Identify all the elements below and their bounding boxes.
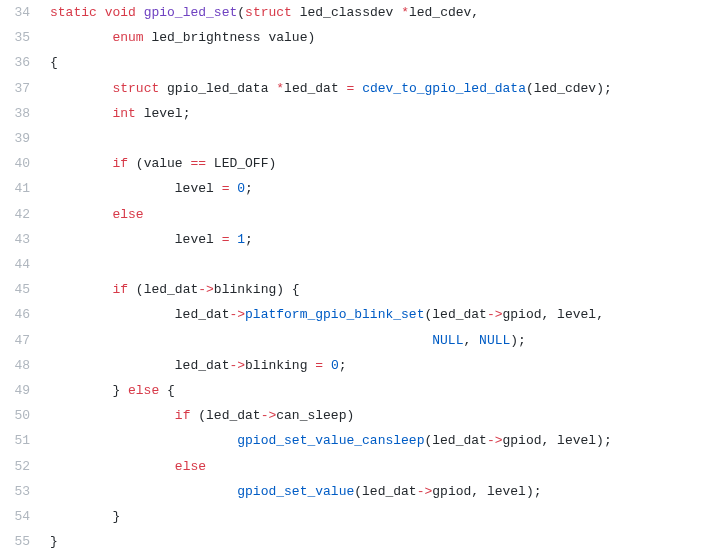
code-line: 53 gpiod_set_value(led_dat->gpiod, level… — [0, 479, 708, 504]
code-line: 54 } — [0, 504, 708, 529]
token: NULL — [479, 333, 510, 348]
code-line: 49 } else { — [0, 378, 708, 403]
line-content: enum led_brightness value) — [50, 25, 708, 50]
line-number: 41 — [0, 176, 50, 201]
token — [50, 333, 432, 348]
token: 0 — [237, 181, 245, 196]
token: (led_dat — [128, 282, 198, 297]
line-number: 50 — [0, 403, 50, 428]
code-line: 45 if (led_dat->blinking) { — [0, 277, 708, 302]
line-number: 46 — [0, 302, 50, 327]
token — [50, 156, 112, 171]
token: gpiod, level); — [503, 433, 612, 448]
token: } — [50, 509, 120, 524]
token: int — [112, 106, 135, 121]
token: platform_gpio_blink_set — [245, 307, 424, 322]
token: ; — [245, 181, 253, 196]
token: -> — [261, 408, 277, 423]
code-line: 44 — [0, 252, 708, 277]
token: gpio_led_data — [159, 81, 276, 96]
token: } — [50, 383, 128, 398]
code-line: 47 NULL, NULL); — [0, 328, 708, 353]
token — [292, 5, 300, 20]
code-line: 43 level = 1; — [0, 227, 708, 252]
token: gpio_led_set — [144, 5, 238, 20]
line-content: int level; — [50, 101, 708, 126]
code-line: 38 int level; — [0, 101, 708, 126]
token: can_sleep) — [276, 408, 354, 423]
token: ; — [245, 232, 253, 247]
code-line: 37 struct gpio_led_data *led_dat = cdev_… — [0, 76, 708, 101]
line-content: static void gpio_led_set(struct led_clas… — [50, 0, 708, 25]
token: gpiod_set_value — [237, 484, 354, 499]
token — [50, 207, 112, 222]
token: led_dat — [50, 307, 229, 322]
token: { — [50, 55, 58, 70]
line-content: struct gpio_led_data *led_dat = cdev_to_… — [50, 76, 708, 101]
code-line: 51 gpiod_set_value_cansleep(led_dat->gpi… — [0, 428, 708, 453]
line-number: 47 — [0, 328, 50, 353]
token: -> — [229, 358, 245, 373]
line-content: } — [50, 504, 708, 529]
token: (led_dat — [190, 408, 260, 423]
token: level; — [136, 106, 191, 121]
line-number: 53 — [0, 479, 50, 504]
code-line: 48 led_dat->blinking = 0; — [0, 353, 708, 378]
token: led_cdev, — [409, 5, 479, 20]
line-content: level = 1; — [50, 227, 708, 252]
token: if — [112, 156, 128, 171]
token: led_classdev — [300, 5, 401, 20]
line-number: 44 — [0, 252, 50, 277]
code-line: 35 enum led_brightness value) — [0, 25, 708, 50]
token: } — [50, 534, 58, 549]
token: struct — [245, 5, 292, 20]
line-number: 39 — [0, 126, 50, 151]
line-number: 45 — [0, 277, 50, 302]
line-content: led_dat->platform_gpio_blink_set(led_dat… — [50, 302, 708, 327]
token: static — [50, 5, 97, 20]
line-content — [50, 126, 708, 151]
token: = — [315, 358, 323, 373]
code-line: 40 if (value == LED_OFF) — [0, 151, 708, 176]
code-line: 42 else — [0, 202, 708, 227]
token: -> — [487, 433, 503, 448]
token: (led_dat — [354, 484, 416, 499]
token: level — [50, 181, 222, 196]
line-content: } — [50, 529, 708, 554]
token — [50, 459, 175, 474]
line-content: if (led_dat->can_sleep) — [50, 403, 708, 428]
line-content: if (led_dat->blinking) { — [50, 277, 708, 302]
token — [50, 106, 112, 121]
token — [136, 5, 144, 20]
token: cdev_to_gpio_led_data — [362, 81, 526, 96]
token: -> — [417, 484, 433, 499]
token: 0 — [331, 358, 339, 373]
token: else — [128, 383, 159, 398]
line-number: 52 — [0, 454, 50, 479]
token — [50, 81, 112, 96]
token: ; — [339, 358, 347, 373]
line-number: 51 — [0, 428, 50, 453]
token: -> — [198, 282, 214, 297]
code-line: 36{ — [0, 50, 708, 75]
line-number: 34 — [0, 0, 50, 25]
line-number: 40 — [0, 151, 50, 176]
token: * — [276, 81, 284, 96]
code-line: 46 led_dat->platform_gpio_blink_set(led_… — [0, 302, 708, 327]
line-number: 43 — [0, 227, 50, 252]
line-number: 48 — [0, 353, 50, 378]
line-number: 38 — [0, 101, 50, 126]
token: led_dat — [50, 358, 229, 373]
line-content: led_dat->blinking = 0; — [50, 353, 708, 378]
line-content: { — [50, 50, 708, 75]
token: -> — [487, 307, 503, 322]
line-content: else — [50, 202, 708, 227]
line-content: gpiod_set_value(led_dat->gpiod, level); — [50, 479, 708, 504]
token: else — [112, 207, 143, 222]
token: blinking — [245, 358, 315, 373]
token — [50, 433, 237, 448]
code-line: 34static void gpio_led_set(struct led_cl… — [0, 0, 708, 25]
token — [50, 282, 112, 297]
token: led_dat — [284, 81, 346, 96]
token: -> — [229, 307, 245, 322]
